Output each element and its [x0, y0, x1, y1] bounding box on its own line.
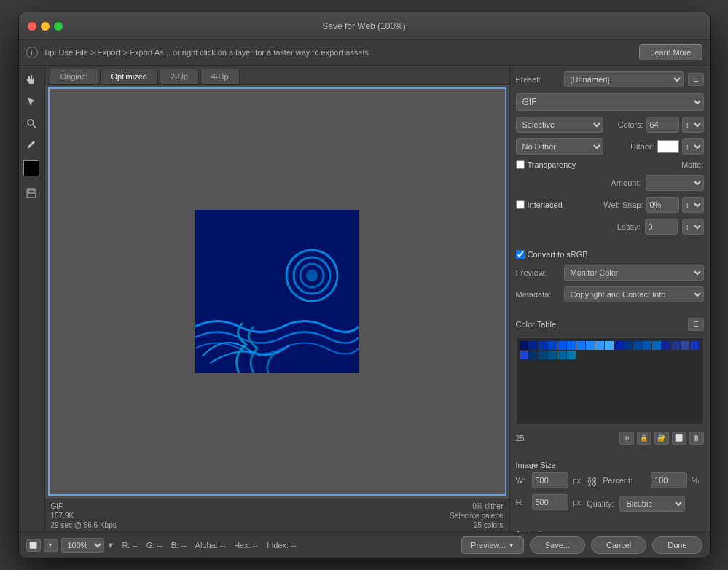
tip-bar: i Tip: Use File > Export > Export As... … [19, 40, 710, 66]
color-table-cell[interactable] [605, 341, 614, 350]
learn-more-button[interactable]: Learn More [639, 44, 702, 60]
color-table-cell[interactable] [652, 341, 661, 350]
action-buttons: Preview... ▼ Save... Cancel Done [461, 536, 702, 554]
color-table-cell[interactable] [548, 351, 557, 359]
index-value: Index: -- [267, 541, 296, 550]
height-label: H: [516, 498, 528, 507]
color-table-cell[interactable] [567, 351, 576, 359]
matte-swatch[interactable] [657, 140, 679, 153]
metadata-select[interactable]: Copyright and Contact Info [564, 286, 704, 302]
image-slice-icon[interactable] [22, 184, 41, 203]
zoom-to-fit-button[interactable]: ⬜ [26, 539, 41, 552]
color-table-icon-group: ⊕ 🔒 🔐 ⬜ 🗑 [619, 432, 704, 445]
dither-label: Dither: [630, 142, 654, 151]
status-right: 0% dither Selective palette 25 colors [450, 502, 503, 529]
color-table-cell[interactable] [662, 341, 670, 350]
tab-2up[interactable]: 2-Up [160, 69, 199, 84]
convert-srgb-label[interactable]: Convert to sRGB [516, 250, 588, 259]
color-table-menu-button[interactable]: ☰ [688, 318, 704, 331]
tab-optimized[interactable]: Optimized [100, 69, 158, 84]
percent-input[interactable]: 100 [651, 472, 687, 488]
animation-header: Animation [516, 529, 704, 532]
tab-4up[interactable]: 4-Up [200, 69, 240, 84]
color-table-cell[interactable] [557, 341, 566, 350]
convert-srgb-checkbox[interactable] [516, 250, 525, 259]
delete-color-button[interactable]: 🗑 [689, 432, 704, 445]
minimize-button[interactable] [41, 22, 50, 31]
zoom-select[interactable]: 100% [61, 538, 104, 553]
preset-select[interactable]: [Unnamed] [564, 71, 684, 87]
color-table-cell[interactable] [595, 341, 604, 350]
map-to-web-button[interactable]: ⊕ [619, 432, 634, 445]
height-input[interactable]: 500 [532, 494, 568, 510]
format-select[interactable]: GIF [516, 93, 704, 111]
b-value: B: -- [171, 541, 187, 550]
width-input[interactable]: 500 [532, 472, 568, 488]
color-table-cell[interactable] [690, 341, 699, 350]
preset-menu-button[interactable]: ☰ [688, 73, 704, 86]
color-table-cell[interactable] [548, 341, 557, 350]
preview-select[interactable]: Monitor Color [564, 265, 704, 281]
view-tabs: Original Optimized 2-Up 4-Up [45, 66, 509, 85]
palette-select[interactable]: Selective [516, 117, 603, 133]
done-button[interactable]: Done [652, 536, 702, 554]
status-dither: 0% dither [472, 502, 503, 510]
zoom-tool-icon[interactable] [22, 114, 41, 133]
format-row: GIF [516, 93, 704, 111]
color-table-cell[interactable] [576, 341, 585, 350]
lossy-stepper[interactable]: ↕ [682, 219, 704, 235]
main-content: Original Optimized 2-Up 4-Up [19, 66, 710, 532]
link-dimensions-icon: ⛓ [587, 476, 597, 488]
color-table-cell[interactable] [539, 351, 547, 359]
percent-row: Percent: 100 % [603, 472, 699, 488]
color-table-cell[interactable] [633, 341, 642, 350]
lossy-label: Lossy: [617, 222, 641, 231]
cancel-button[interactable]: Cancel [591, 536, 646, 554]
color-table-cell[interactable] [624, 341, 633, 350]
size-inputs-row: W: 500 px ⛓ Percent: 100 % [516, 472, 704, 491]
color-table-cell[interactable] [520, 351, 528, 359]
preview-button[interactable]: Preview... ▼ [461, 536, 524, 554]
tab-original[interactable]: Original [50, 69, 99, 84]
transparency-checkbox[interactable] [516, 160, 525, 169]
colors-stepper[interactable]: ↕ [682, 117, 704, 133]
matte-stepper[interactable]: ↕ [682, 138, 704, 155]
status-colors: 25 colors [474, 521, 504, 529]
color-table-cell[interactable] [520, 341, 528, 350]
save-button[interactable]: Save... [530, 536, 585, 554]
colors-input[interactable]: 64 [646, 117, 679, 133]
quality-select[interactable]: Bicubic [619, 496, 685, 512]
metadata-label: Metadata: [516, 290, 560, 299]
color-table-cell[interactable] [529, 351, 538, 359]
foreground-color-swatch[interactable] [23, 160, 39, 176]
lossy-input[interactable]: 0 [645, 219, 678, 235]
hand-tool-icon[interactable] [22, 70, 41, 89]
interlaced-checkbox[interactable] [516, 200, 525, 209]
preview-row: Preview: Monitor Color [516, 265, 704, 281]
color-table-cell[interactable] [681, 341, 689, 350]
svg-point-0 [28, 120, 34, 125]
color-table-cell[interactable] [614, 341, 623, 350]
color-table-cell[interactable] [557, 351, 566, 359]
websnap-stepper[interactable]: ↕ [682, 197, 704, 213]
lock-color-button[interactable]: 🔒 [637, 432, 651, 445]
color-table-cell[interactable] [586, 341, 595, 350]
close-button[interactable] [28, 22, 36, 31]
select-tool-icon[interactable] [22, 92, 41, 111]
color-table-cell[interactable] [539, 341, 547, 350]
copy-color-button[interactable]: ⬜ [672, 432, 686, 445]
zoom-in-button[interactable]: + [44, 539, 58, 552]
color-table-cell[interactable] [643, 341, 651, 350]
svg-point-8 [306, 270, 318, 281]
interlaced-checkbox-label[interactable]: Interlaced [516, 200, 563, 209]
dither-select[interactable]: No Dither [516, 138, 603, 155]
color-table-cell[interactable] [567, 341, 576, 350]
maximize-button[interactable] [54, 22, 63, 31]
color-table-cell[interactable] [529, 341, 538, 350]
amount-select[interactable] [646, 175, 704, 191]
eyedropper-tool-icon[interactable] [22, 136, 41, 155]
websnap-input[interactable]: 0% [646, 197, 679, 213]
transparency-checkbox-label[interactable]: Transparency [516, 160, 576, 169]
color-table-cell[interactable] [671, 341, 680, 350]
new-color-button[interactable]: 🔐 [654, 432, 669, 445]
